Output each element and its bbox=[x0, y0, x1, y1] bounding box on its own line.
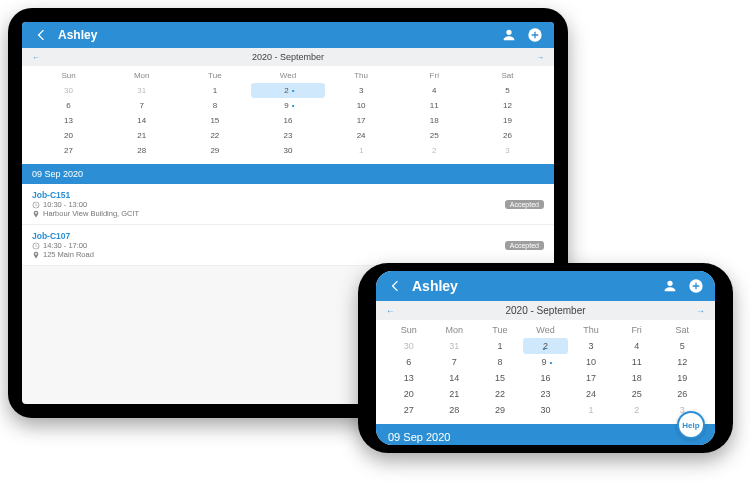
user-icon[interactable] bbox=[661, 277, 679, 295]
calendar-day[interactable]: 30 bbox=[523, 402, 569, 418]
calendar-day[interactable]: 27 bbox=[32, 143, 105, 158]
day-header: Sun bbox=[32, 68, 105, 83]
calendar-day[interactable]: 6 bbox=[32, 98, 105, 113]
job-row[interactable]: Job-C10714:30 - 17:00125 Main RoadAccept… bbox=[22, 225, 554, 266]
calendar-day[interactable]: 8 bbox=[178, 98, 251, 113]
calendar-day[interactable]: 7 bbox=[432, 354, 478, 370]
calendar-day[interactable]: 23 bbox=[523, 386, 569, 402]
next-month-button[interactable]: → bbox=[530, 53, 544, 62]
calendar-day[interactable]: 7 bbox=[105, 98, 178, 113]
day-header: Mon bbox=[105, 68, 178, 83]
day-header: Thu bbox=[568, 322, 614, 338]
calendar-day[interactable]: 20 bbox=[386, 386, 432, 402]
add-icon[interactable] bbox=[526, 26, 544, 44]
calendar-day[interactable]: 17 bbox=[325, 113, 398, 128]
job-row[interactable]: Job-C15110:30 - 13:00Harbour View Buildi… bbox=[22, 184, 554, 225]
selected-date-banner: 09 Sep 2020 bbox=[376, 424, 715, 445]
calendar-day[interactable]: 14 bbox=[105, 113, 178, 128]
clock-icon bbox=[32, 201, 40, 209]
calendar-day[interactable]: 28 bbox=[432, 402, 478, 418]
calendar-day[interactable]: 9 bbox=[251, 98, 324, 113]
phone-notch bbox=[362, 333, 372, 383]
calendar-day[interactable]: 18 bbox=[614, 370, 660, 386]
calendar-day[interactable]: 21 bbox=[105, 128, 178, 143]
calendar-day[interactable]: 30 bbox=[386, 338, 432, 354]
calendar-day[interactable]: 24 bbox=[325, 128, 398, 143]
page-title: Ashley bbox=[412, 278, 653, 294]
calendar-day[interactable]: 11 bbox=[398, 98, 471, 113]
calendar-day[interactable]: 13 bbox=[32, 113, 105, 128]
calendar-day[interactable]: 17 bbox=[568, 370, 614, 386]
calendar-day[interactable]: 18 bbox=[398, 113, 471, 128]
calendar-day[interactable]: 13 bbox=[386, 370, 432, 386]
calendar-day[interactable]: 15 bbox=[477, 370, 523, 386]
calendar-day[interactable]: 16 bbox=[251, 113, 324, 128]
job-info: Job-C15110:30 - 13:00Harbour View Buildi… bbox=[32, 190, 499, 218]
calendar-day[interactable]: 2 bbox=[523, 338, 569, 354]
user-icon[interactable] bbox=[500, 26, 518, 44]
calendar-day[interactable]: 16 bbox=[523, 370, 569, 386]
calendar-day[interactable]: 29 bbox=[477, 402, 523, 418]
calendar-day[interactable]: 19 bbox=[471, 113, 544, 128]
calendar-day[interactable]: 2 bbox=[398, 143, 471, 158]
prev-month-button[interactable]: ← bbox=[32, 53, 46, 62]
calendar-day[interactable]: 6 bbox=[386, 354, 432, 370]
calendar-day[interactable]: 26 bbox=[471, 128, 544, 143]
calendar-day[interactable]: 12 bbox=[471, 98, 544, 113]
calendar-day[interactable]: 12 bbox=[659, 354, 705, 370]
calendar-day[interactable]: 4 bbox=[398, 83, 471, 98]
calendar-day[interactable]: 3 bbox=[568, 338, 614, 354]
job-list: Job-C15110:30 - 13:00Harbour View Buildi… bbox=[22, 184, 554, 266]
calendar-day[interactable]: 25 bbox=[614, 386, 660, 402]
calendar-day[interactable]: 27 bbox=[386, 402, 432, 418]
help-button[interactable]: Help bbox=[677, 411, 705, 439]
prev-month-button[interactable]: ← bbox=[386, 306, 400, 316]
calendar-day[interactable]: 10 bbox=[568, 354, 614, 370]
calendar-day[interactable]: 15 bbox=[178, 113, 251, 128]
calendar-day[interactable]: 5 bbox=[659, 338, 705, 354]
day-header: Tue bbox=[477, 322, 523, 338]
calendar-day[interactable]: 22 bbox=[477, 386, 523, 402]
calendar-day[interactable]: 5 bbox=[471, 83, 544, 98]
calendar-day[interactable]: 25 bbox=[398, 128, 471, 143]
calendar-day[interactable]: 1 bbox=[568, 402, 614, 418]
day-header: Thu bbox=[325, 68, 398, 83]
calendar-day[interactable]: 2 bbox=[251, 83, 324, 98]
day-header: Fri bbox=[614, 322, 660, 338]
calendar-month-bar: ← 2020 - September → bbox=[22, 48, 554, 66]
calendar-day[interactable]: 8 bbox=[477, 354, 523, 370]
calendar-day[interactable]: 1 bbox=[477, 338, 523, 354]
calendar-day[interactable]: 4 bbox=[614, 338, 660, 354]
calendar-day[interactable]: 1 bbox=[178, 83, 251, 98]
back-arrow-icon[interactable] bbox=[386, 277, 404, 295]
calendar-day[interactable]: 9 bbox=[523, 354, 569, 370]
day-header: Wed bbox=[251, 68, 324, 83]
next-month-button[interactable]: → bbox=[691, 306, 705, 316]
calendar-day[interactable]: 20 bbox=[32, 128, 105, 143]
calendar-day[interactable]: 21 bbox=[432, 386, 478, 402]
calendar-day[interactable]: 19 bbox=[659, 370, 705, 386]
calendar-day[interactable]: 29 bbox=[178, 143, 251, 158]
back-arrow-icon[interactable] bbox=[32, 26, 50, 44]
phone-screen: Ashley ← 2020 - September → SunMonTueWed… bbox=[376, 271, 715, 445]
calendar-day[interactable]: 31 bbox=[432, 338, 478, 354]
calendar-day[interactable]: 10 bbox=[325, 98, 398, 113]
calendar-day[interactable]: 30 bbox=[251, 143, 324, 158]
calendar-day[interactable]: 3 bbox=[325, 83, 398, 98]
calendar-day[interactable]: 28 bbox=[105, 143, 178, 158]
calendar-day[interactable]: 11 bbox=[614, 354, 660, 370]
calendar-day[interactable]: 2 bbox=[614, 402, 660, 418]
phone-home-indicator bbox=[719, 333, 729, 383]
calendar-day[interactable]: 14 bbox=[432, 370, 478, 386]
calendar-day[interactable]: 22 bbox=[178, 128, 251, 143]
calendar-day[interactable]: 31 bbox=[105, 83, 178, 98]
calendar-day[interactable]: 23 bbox=[251, 128, 324, 143]
selected-date-banner: 09 Sep 2020 bbox=[22, 164, 554, 184]
calendar-day[interactable]: 30 bbox=[32, 83, 105, 98]
day-header: Fri bbox=[398, 68, 471, 83]
calendar-day[interactable]: 3 bbox=[471, 143, 544, 158]
calendar-day[interactable]: 1 bbox=[325, 143, 398, 158]
calendar-day[interactable]: 26 bbox=[659, 386, 705, 402]
calendar-day[interactable]: 24 bbox=[568, 386, 614, 402]
add-icon[interactable] bbox=[687, 277, 705, 295]
